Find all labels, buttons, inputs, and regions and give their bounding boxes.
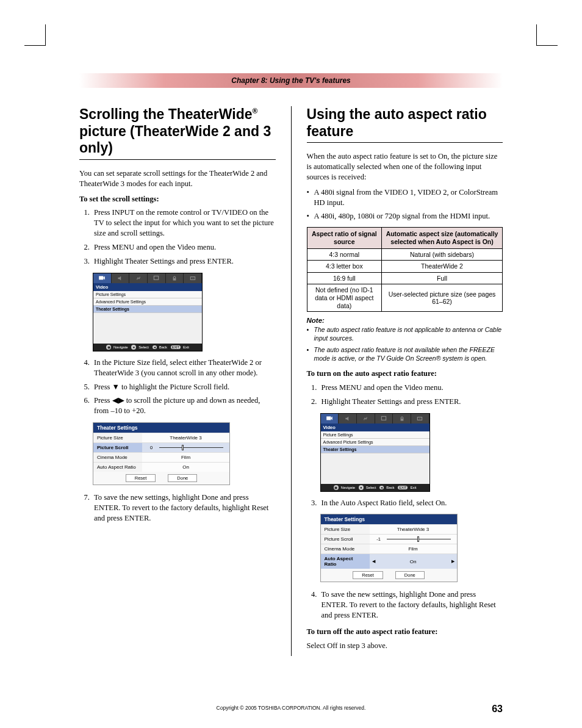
- table-cell: Natural (with sidebars): [382, 248, 503, 261]
- ts-value-text: On: [410, 559, 417, 564]
- ts-row: Picture Size TheaterWide 3: [321, 524, 457, 534]
- exit-icon: EXIT: [171, 345, 181, 349]
- column-divider: [291, 106, 292, 656]
- title-rule: [307, 142, 503, 143]
- back-icon: ◂: [379, 486, 384, 489]
- table-cell: Not defined (no ID-1 data or HDMI aspect…: [307, 284, 382, 312]
- steps-list-b: In the Picture Size field, select either…: [92, 358, 276, 416]
- ts-row: Picture Size TheaterWide 3: [93, 433, 229, 442]
- note-item: The auto aspect ratio feature is not app…: [307, 325, 503, 342]
- exit-icon: EXIT: [398, 486, 408, 489]
- intro-para: When the auto aspect ratio feature is se…: [307, 151, 503, 182]
- osd-footer: ◉Navigate ●Select ◂Back EXITExit: [321, 484, 429, 491]
- step-item: Press ▼ to highlight the Picture Scroll …: [92, 382, 276, 392]
- reset-button: Reset: [126, 474, 156, 482]
- osd-footer: ◉Navigate ●Select ◂Back EXITExit: [93, 344, 202, 351]
- svg-rect-7: [400, 419, 403, 421]
- left-column: Scrolling the TheaterWide® picture (Thea…: [79, 106, 276, 656]
- setup-tab-icon: [375, 414, 393, 423]
- apps-tab-icon: [357, 414, 375, 423]
- reset-button: Reset: [353, 571, 383, 579]
- ts-value: ◀ On ▶: [370, 553, 457, 569]
- back-icon: ◂: [153, 345, 157, 349]
- step-item: Press MENU and open the Video menu.: [92, 242, 276, 253]
- table-cell: 4:3 normal: [307, 248, 382, 261]
- lock-tab-icon: [393, 414, 411, 423]
- osd-blank: [93, 313, 202, 344]
- steps-on-b: In the Auto Aspect Ratio field, select O…: [319, 498, 503, 508]
- ts-header: Theater Settings: [321, 514, 457, 524]
- right-column: Using the auto aspect ratio feature When…: [307, 106, 503, 656]
- steps-list-a: Press INPUT on the remote control or TV/…: [92, 207, 276, 266]
- aspect-ratio-table: Aspect ratio of signal source Automatic …: [307, 227, 503, 312]
- footer-label: Select: [138, 345, 149, 349]
- footer-label: Exit: [183, 345, 189, 349]
- ts-label: Auto Aspect Ratio: [93, 462, 142, 472]
- chapter-header: Chapter 8: Using the TV's features: [79, 73, 503, 88]
- audio-tab-icon: [339, 414, 357, 423]
- theater-settings-screenshot: Theater Settings Picture Size TheaterWid…: [320, 514, 458, 582]
- table-header: Aspect ratio of signal source: [307, 228, 382, 248]
- table-cell: 4:3 letter box: [307, 261, 382, 273]
- step-item: Highlight Theater Settings and press ENT…: [92, 256, 276, 267]
- ts-label: Picture Size: [321, 524, 370, 534]
- step-item: Press INPUT on the remote control or TV/…: [92, 207, 276, 239]
- osd-item-selected: Theater Settings: [321, 446, 429, 453]
- done-button: Done: [395, 571, 425, 579]
- video-tab-icon: [93, 273, 112, 283]
- slider-thumb-icon: [182, 445, 184, 450]
- reg-mark: ®: [253, 107, 258, 115]
- svg-rect-6: [381, 416, 386, 420]
- ts-value: On: [142, 462, 229, 472]
- osd-menu-screenshot: T Video Picture Settings Advanced Pictur…: [320, 413, 430, 492]
- ts-label: Cinema Mode: [93, 452, 142, 462]
- svg-rect-0: [99, 276, 104, 279]
- ts-label: Cinema Mode: [321, 544, 370, 553]
- note-heading: Note:: [307, 317, 503, 324]
- ts-label: Picture Scroll: [93, 442, 142, 452]
- ts-value-slider: 0: [142, 442, 229, 452]
- ts-row-selected: Picture Scroll 0: [93, 442, 229, 452]
- bullet-item: A 480i, 480p, 1080i or 720p signal from …: [307, 211, 503, 222]
- right-title: Using the auto aspect ratio feature: [307, 106, 503, 140]
- select-icon: ●: [359, 485, 364, 490]
- osd-title: Video: [93, 283, 202, 291]
- subhead-to-on: To turn on the auto aspect ratio feature…: [307, 369, 503, 379]
- triangle-right-icon: ▶: [451, 559, 454, 564]
- ts-value: TheaterWide 3: [370, 524, 457, 534]
- ts-row: Picture Scroll -1: [321, 534, 457, 544]
- title-text-a: Scrolling the TheaterWide: [79, 106, 253, 122]
- osd-blank: [321, 453, 429, 484]
- ts-value: TheaterWide 3: [142, 433, 229, 442]
- osd-tabs: T: [93, 273, 202, 283]
- step-item: Press MENU and open the Video menu.: [319, 383, 503, 393]
- slider-thumb-icon: [417, 536, 419, 542]
- step-item: Press ◀▶ to scroll the picture up and do…: [92, 395, 276, 416]
- ts-row: Cinema Mode Film: [321, 544, 457, 553]
- bullet-list: A 480i signal from the VIDEO 1, VIDEO 2,…: [307, 187, 503, 222]
- select-icon: ●: [131, 345, 136, 350]
- setup-tab-icon: [148, 273, 166, 283]
- ts-footer: Reset Done: [321, 569, 457, 582]
- table-header: Automatic aspect size (automatically sel…: [382, 228, 503, 248]
- footer-label: Back: [386, 486, 394, 489]
- ts-value: Film: [142, 452, 229, 462]
- footer-label: Exit: [410, 486, 416, 489]
- slider-value: 0: [146, 445, 157, 450]
- page-footer: Copyright © 2005 TOSHIBA CORPORATION. Al…: [79, 705, 503, 715]
- footer-label: Select: [366, 486, 376, 489]
- table-cell: Full: [382, 272, 503, 284]
- osd-menu-screenshot: T Video Picture Settings Advanced Pictur…: [93, 273, 203, 351]
- note-list: The auto aspect ratio feature is not app…: [307, 325, 503, 362]
- table-cell: TheaterWide 2: [382, 261, 503, 273]
- pref-tab-icon: T: [184, 273, 202, 283]
- table-cell: User-selected picture size (see pages 61…: [382, 284, 503, 312]
- ts-value: Film: [370, 544, 457, 553]
- ts-row: Auto Aspect Ratio On: [93, 462, 229, 472]
- table-cell: 16:9 full: [307, 272, 382, 284]
- subhead-to-off: To turn off the auto aspect ratio featur…: [307, 627, 503, 637]
- step-item: In the Auto Aspect Ratio field, select O…: [319, 498, 503, 508]
- video-tab-icon: [321, 414, 339, 423]
- apps-tab-icon: [129, 273, 148, 283]
- ts-header: Theater Settings: [93, 423, 229, 433]
